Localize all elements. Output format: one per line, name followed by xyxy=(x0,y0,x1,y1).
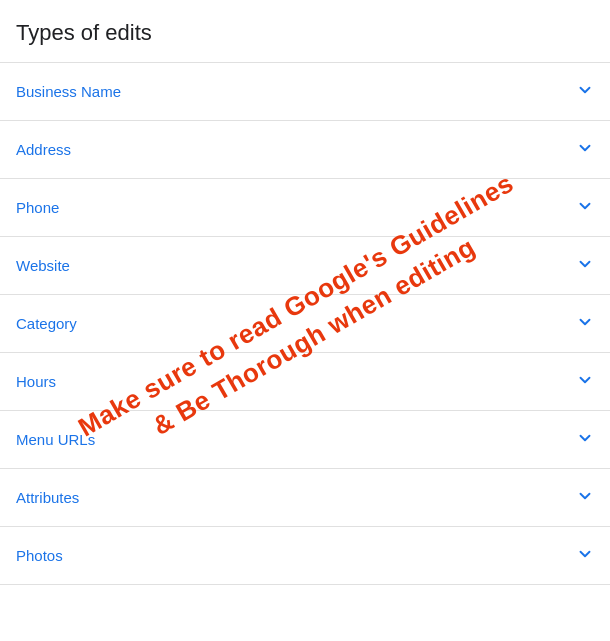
accordion-item-hours[interactable]: Hours xyxy=(0,352,610,410)
accordion-item-phone[interactable]: Phone xyxy=(0,178,610,236)
chevron-down-icon-business-name xyxy=(576,81,594,102)
accordion-item-attributes[interactable]: Attributes xyxy=(0,468,610,526)
page-title: Types of edits xyxy=(0,0,610,62)
accordion-item-website[interactable]: Website xyxy=(0,236,610,294)
accordion-label-menu-urls: Menu URLs xyxy=(16,431,95,448)
accordion-item-photos[interactable]: Photos xyxy=(0,526,610,585)
accordion-label-category: Category xyxy=(16,315,77,332)
chevron-down-icon-attributes xyxy=(576,487,594,508)
chevron-down-icon-menu-urls xyxy=(576,429,594,450)
accordion-item-category[interactable]: Category xyxy=(0,294,610,352)
accordion-item-address[interactable]: Address xyxy=(0,120,610,178)
accordion-label-business-name: Business Name xyxy=(16,83,121,100)
accordion-label-photos: Photos xyxy=(16,547,63,564)
accordion-list: Business NameAddressPhoneWebsiteCategory… xyxy=(0,62,610,585)
accordion-item-business-name[interactable]: Business Name xyxy=(0,62,610,120)
accordion-label-hours: Hours xyxy=(16,373,56,390)
accordion-label-website: Website xyxy=(16,257,70,274)
chevron-down-icon-phone xyxy=(576,197,594,218)
chevron-down-icon-website xyxy=(576,255,594,276)
chevron-down-icon-photos xyxy=(576,545,594,566)
chevron-down-icon-category xyxy=(576,313,594,334)
chevron-down-icon-address xyxy=(576,139,594,160)
chevron-down-icon-hours xyxy=(576,371,594,392)
accordion-item-menu-urls[interactable]: Menu URLs xyxy=(0,410,610,468)
accordion-label-address: Address xyxy=(16,141,71,158)
accordion-label-attributes: Attributes xyxy=(16,489,79,506)
accordion-label-phone: Phone xyxy=(16,199,59,216)
